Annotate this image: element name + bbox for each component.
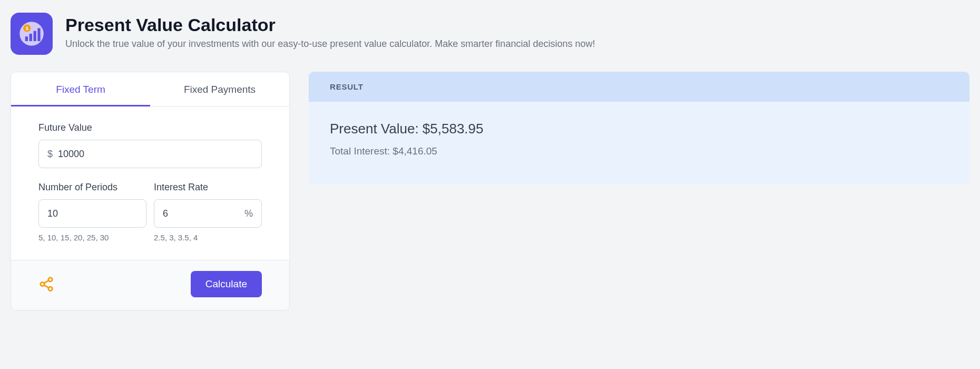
present-value-row: Present Value: $5,583.95 [330, 121, 948, 137]
page-subtitle: Unlock the true value of your investment… [65, 38, 595, 50]
result-body: Present Value: $5,583.95 Total Interest:… [309, 102, 969, 184]
hint-periods: 5, 10, 15, 20, 25, 30 [38, 233, 146, 242]
svg-line-11 [44, 285, 49, 288]
card-footer: Calculate [11, 260, 289, 310]
svg-text:$: $ [26, 26, 28, 31]
app-icon: $ [11, 13, 53, 55]
label-future-value: Future Value [38, 122, 262, 133]
share-icon[interactable] [38, 276, 54, 292]
future-value-input[interactable] [58, 149, 253, 160]
interest-input[interactable] [163, 208, 239, 219]
input-wrap-periods[interactable] [38, 199, 146, 228]
present-value-label: Present Value: [330, 121, 423, 137]
label-periods: Number of Periods [38, 182, 146, 193]
present-value-amount: $5,583.95 [423, 121, 484, 137]
page-header: $ Present Value Calculator Unlock the tr… [11, 13, 969, 55]
total-interest-row: Total Interest: $4,416.05 [330, 145, 948, 157]
page-title: Present Value Calculator [65, 15, 595, 35]
total-interest-amount: $4,416.05 [393, 145, 437, 157]
result-panel: RESULT Present Value: $5,583.95 Total In… [309, 72, 969, 184]
input-wrap-interest[interactable]: % [154, 199, 262, 228]
periods-input[interactable] [47, 208, 138, 219]
calculate-button[interactable]: Calculate [191, 271, 262, 297]
field-interest-rate: Interest Rate % 2.5, 3, 3.5, 4 [154, 182, 262, 242]
total-interest-label: Total Interest: [330, 145, 393, 157]
field-future-value: Future Value $ [38, 122, 262, 168]
currency-prefix: $ [47, 149, 53, 160]
result-header: RESULT [309, 72, 969, 102]
svg-rect-3 [25, 36, 28, 41]
tabs: Fixed Term Fixed Payments [11, 72, 289, 106]
svg-rect-5 [34, 31, 36, 41]
bar-chart-icon: $ [17, 19, 46, 48]
input-card: Fixed Term Fixed Payments Future Value $… [11, 72, 290, 310]
field-number-of-periods: Number of Periods 5, 10, 15, 20, 25, 30 [38, 182, 146, 242]
svg-rect-4 [30, 34, 32, 41]
label-interest: Interest Rate [154, 182, 262, 193]
form: Future Value $ Number of Periods 5, 10, … [11, 106, 289, 260]
svg-line-10 [44, 280, 49, 283]
tab-fixed-term[interactable]: Fixed Term [11, 72, 150, 106]
hint-interest: 2.5, 3, 3.5, 4 [154, 233, 262, 242]
svg-rect-6 [37, 28, 40, 42]
input-wrap-future-value[interactable]: $ [38, 140, 262, 168]
percent-suffix: % [244, 208, 253, 219]
tab-fixed-payments[interactable]: Fixed Payments [150, 72, 289, 106]
